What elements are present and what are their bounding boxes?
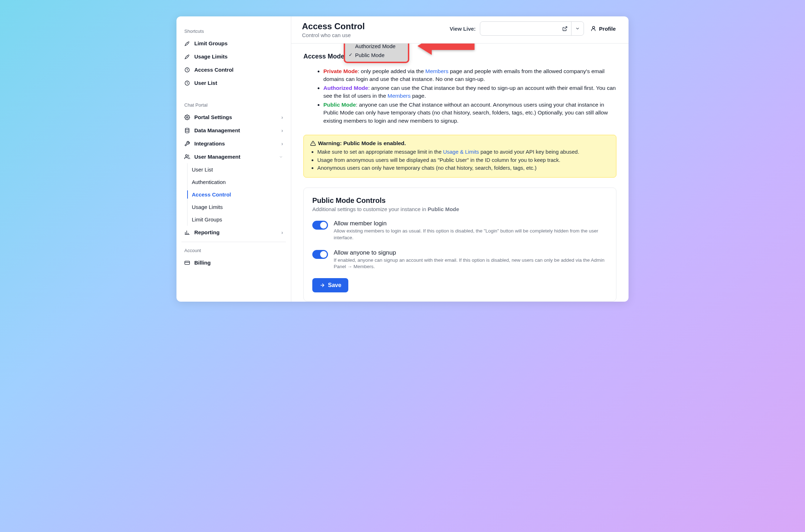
- sidebar-item-user-list-shortcut[interactable]: User List: [180, 76, 287, 89]
- url-input-group: [480, 21, 584, 36]
- access-mode-row: Access Mode Private Mode Authorized Mode…: [303, 53, 616, 60]
- sidebar-item-limit-groups[interactable]: Limit Groups: [180, 37, 287, 50]
- members-link[interactable]: Members: [425, 68, 448, 74]
- svg-point-6: [186, 117, 188, 118]
- sidebar-divider: [181, 242, 286, 242]
- warning-box: Warning: Public Mode is enabled. Make su…: [303, 135, 616, 178]
- dropdown-item-authorized[interactable]: Authorized Mode: [349, 44, 404, 51]
- topbar: Access Control Control who can use View …: [291, 16, 629, 44]
- sidebar-item-label: Portal Settings: [194, 114, 232, 120]
- sidebar-item-user-management[interactable]: User Management: [180, 150, 287, 163]
- label-private: Private Mode: [323, 68, 358, 74]
- mode-descriptions: Private Mode: only people added via the …: [303, 67, 616, 125]
- sidebar-item-label: Billing: [194, 260, 211, 266]
- toggle-title: Allow member login: [334, 220, 607, 227]
- chevron-right-icon: ›: [281, 114, 283, 120]
- sidebar-item-portal-settings[interactable]: Portal Settings ›: [180, 111, 287, 124]
- warning-item: Make sure to set an appropriate message …: [317, 148, 610, 156]
- topbar-right: View Live: Profile: [450, 21, 618, 36]
- sidebar-item-integrations[interactable]: Integrations ›: [180, 137, 287, 150]
- svg-rect-13: [185, 261, 189, 264]
- card-title: Public Mode Controls: [312, 196, 607, 205]
- sidebar: Shortcuts Limit Groups Usage Limits Acce…: [176, 16, 291, 302]
- view-live-label: View Live:: [450, 26, 476, 32]
- public-mode-controls-card: Public Mode Controls Additional settings…: [303, 188, 616, 302]
- database-icon: [184, 128, 190, 133]
- url-input[interactable]: [480, 26, 559, 31]
- card-subtitle: Additional settings to customize your in…: [312, 206, 607, 212]
- label-authorized: Authorized Mode: [323, 85, 368, 91]
- page-subtitle: Control who can use: [302, 32, 442, 38]
- sidebar-item-reporting[interactable]: Reporting ›: [180, 226, 287, 239]
- sidebar-sub-access-control[interactable]: Access Control: [188, 188, 287, 201]
- sidebar-item-label: Data Management: [194, 127, 240, 133]
- app-window: Shortcuts Limit Groups Usage Limits Acce…: [176, 16, 629, 302]
- sidebar-sub-user-list[interactable]: User List: [188, 163, 287, 176]
- toggle-title: Allow anyone to signup: [334, 249, 607, 256]
- usage-limits-link[interactable]: Usage & Limits: [443, 149, 479, 155]
- desc-private: Private Mode: only people added via the …: [323, 67, 616, 83]
- dropdown-item-public[interactable]: Public Mode: [349, 51, 404, 60]
- profile-button[interactable]: Profile: [588, 23, 618, 34]
- chevron-down-icon: [279, 155, 283, 159]
- svg-point-8: [185, 155, 187, 157]
- sidebar-sub-usage-limits[interactable]: Usage Limits: [188, 201, 287, 213]
- chart-icon: [184, 230, 190, 235]
- desc-public: Public Mode: anyone can use the Chat ins…: [323, 101, 616, 125]
- chevron-down-icon[interactable]: [571, 22, 584, 35]
- page-title: Access Control: [302, 21, 442, 31]
- chevron-right-icon: ›: [281, 140, 283, 147]
- sidebar-item-usage-limits[interactable]: Usage Limits: [180, 50, 287, 63]
- chevron-right-icon: ›: [281, 229, 283, 235]
- tools-icon: [184, 141, 190, 147]
- warning-item: Anonymous users can only have temporary …: [317, 164, 610, 172]
- warning-icon: [310, 140, 316, 146]
- sidebar-item-label: User List: [194, 80, 217, 86]
- open-external-icon[interactable]: [559, 22, 571, 35]
- svg-line-2: [188, 55, 189, 56]
- svg-line-0: [188, 41, 189, 42]
- sidebar-sub-limit-groups[interactable]: Limit Groups: [188, 213, 287, 226]
- members-link[interactable]: Members: [388, 93, 411, 99]
- sidebar-item-label: Access Control: [194, 67, 234, 73]
- sidebar-item-label: Integrations: [194, 140, 225, 147]
- chevron-right-icon: ›: [281, 127, 283, 133]
- svg-line-3: [188, 55, 189, 56]
- pin-icon: [184, 54, 190, 60]
- clock-icon: [184, 80, 190, 86]
- user-icon: [590, 25, 597, 32]
- desc-authorized: Authorized Mode: anyone can use the Chat…: [323, 84, 616, 100]
- sidebar-item-label: Reporting: [194, 229, 220, 235]
- toggle-allow-member-login: Allow member login Allow existing member…: [312, 220, 607, 241]
- card-icon: [184, 260, 190, 266]
- sidebar-item-billing[interactable]: Billing: [180, 256, 287, 269]
- access-mode-dropdown: Private Mode Authorized Mode Public Mode: [344, 44, 409, 63]
- annotation-arrow: [417, 44, 478, 58]
- save-button[interactable]: Save: [312, 278, 348, 292]
- sidebar-section-shortcuts: Shortcuts: [180, 26, 287, 37]
- svg-point-7: [185, 128, 189, 129]
- sidebar-item-data-management[interactable]: Data Management ›: [180, 124, 287, 137]
- content: Access Mode Private Mode Authorized Mode…: [291, 44, 629, 302]
- warning-title: Warning: Public Mode is enabled.: [310, 140, 610, 147]
- sidebar-section-account: Account: [180, 245, 287, 256]
- profile-label: Profile: [599, 26, 616, 32]
- warning-item: Usage from anonymous users will be displ…: [317, 156, 610, 164]
- topbar-left: Access Control Control who can use: [302, 21, 442, 38]
- arrow-right-icon: [319, 282, 325, 288]
- access-mode-label: Access Mode: [303, 53, 344, 60]
- svg-point-16: [593, 26, 595, 29]
- svg-line-1: [188, 42, 189, 43]
- label-public: Public Mode: [323, 102, 356, 108]
- sidebar-item-access-control-shortcut[interactable]: Access Control: [180, 63, 287, 76]
- sidebar-sub-authentication[interactable]: Authentication: [188, 176, 287, 188]
- toggle-switch[interactable]: [312, 221, 328, 230]
- svg-marker-17: [417, 44, 475, 55]
- gear-icon: [184, 114, 190, 120]
- sidebar-item-label: Usage Limits: [194, 53, 227, 60]
- clock-icon: [184, 67, 190, 73]
- toggle-description: If enabled, anyone can signup an account…: [334, 257, 607, 271]
- toggle-switch[interactable]: [312, 250, 328, 259]
- users-icon: [184, 154, 190, 160]
- sidebar-section-chat-portal: Chat Portal: [180, 99, 287, 111]
